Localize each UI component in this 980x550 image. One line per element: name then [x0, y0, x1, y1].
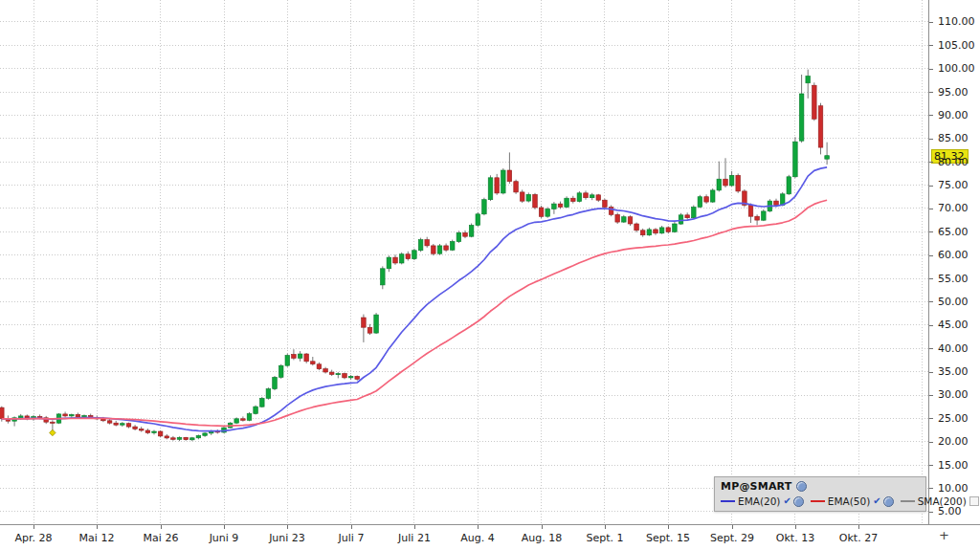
- price-tick-mark: [929, 372, 933, 373]
- price-axis[interactable]: 81.32 110.00105.00100.0095.0090.0085.008…: [928, 0, 980, 524]
- date-tick-mark: [795, 525, 796, 529]
- date-tick-label: Mai 26: [127, 532, 194, 544]
- price-tick-label: 85.00: [938, 132, 969, 144]
- legend-item-ema20: EMA(20)✔: [721, 495, 804, 507]
- indicator-line-sample: [901, 500, 915, 502]
- legend-item-sma200: SMA(200): [901, 495, 980, 507]
- date-tick-mark: [668, 525, 669, 529]
- price-tick-label: 45.00: [938, 319, 969, 331]
- price-tick-mark: [929, 22, 933, 23]
- settings-icon[interactable]: [793, 496, 804, 507]
- date-tick-label: Juni 9: [190, 532, 257, 544]
- price-tick-mark: [929, 348, 933, 349]
- price-tick-mark: [929, 395, 933, 396]
- date-tick-label: Okt. 13: [762, 532, 829, 544]
- settings-icon[interactable]: [796, 481, 807, 492]
- price-tick-label: 40.00: [938, 342, 969, 355]
- legend-title: MP@SMART: [721, 480, 791, 493]
- visibility-checkbox[interactable]: [969, 496, 979, 506]
- date-tick-label: Sept. 1: [571, 532, 638, 544]
- date-tick-label: Sept. 15: [635, 532, 702, 544]
- price-tick-label: 100.00: [938, 62, 975, 75]
- date-tick-mark: [478, 525, 479, 529]
- price-tick-mark: [929, 442, 933, 443]
- visibility-checkbox[interactable]: ✔: [783, 496, 791, 506]
- price-tick-label: 15.00: [938, 459, 969, 472]
- indicator-label: EMA(50): [828, 495, 870, 507]
- chart-plot-area[interactable]: [0, 0, 928, 524]
- price-tick-mark: [929, 301, 933, 302]
- indicator-label: EMA(20): [738, 495, 780, 507]
- price-tick-mark: [929, 255, 933, 256]
- settings-icon[interactable]: [883, 496, 894, 507]
- crosshair-plus-icon[interactable]: +: [939, 528, 949, 542]
- indicator-label: SMA(200): [918, 495, 967, 507]
- price-tick-mark: [929, 418, 933, 419]
- legend-items-row: EMA(20)✔EMA(50)✔SMA(200): [721, 495, 920, 507]
- price-tick-label: 75.00: [938, 179, 969, 191]
- price-tick-label: 90.00: [938, 109, 969, 121]
- price-tick-label: 30.00: [938, 388, 969, 401]
- date-tick-mark: [732, 525, 733, 529]
- price-tick-label: 60.00: [938, 249, 969, 261]
- price-tick-label: 110.00: [938, 15, 975, 28]
- price-tick-label: 10.00: [938, 482, 969, 495]
- price-tick-label: 95.00: [938, 86, 969, 99]
- price-tick-label: 65.00: [938, 226, 969, 238]
- price-tick-mark: [929, 488, 933, 489]
- price-tick-mark: [929, 512, 933, 513]
- date-tick-mark: [287, 525, 288, 529]
- price-tick-label: 35.00: [938, 365, 969, 378]
- legend-title-row: MP@SMART: [721, 480, 920, 493]
- price-tick-mark: [929, 115, 933, 116]
- price-tick-label: 55.00: [938, 273, 969, 285]
- price-tick-label: 20.00: [938, 435, 969, 448]
- price-tick-label: 70.00: [938, 202, 969, 214]
- date-tick-mark: [605, 525, 606, 529]
- date-tick-mark: [414, 525, 415, 529]
- date-tick-mark: [858, 525, 859, 529]
- date-tick-label: Juli 7: [318, 532, 385, 544]
- price-tick-mark: [929, 209, 933, 209]
- date-tick-mark: [542, 525, 543, 529]
- indicator-legend[interactable]: MP@SMART EMA(20)✔EMA(50)✔SMA(200): [714, 476, 926, 512]
- date-tick-mark: [97, 525, 98, 529]
- date-tick-label: Aug. 18: [508, 532, 575, 544]
- price-tick-mark: [929, 231, 933, 232]
- price-tick-mark: [929, 162, 933, 163]
- price-tick-mark: [929, 278, 933, 279]
- date-tick-mark: [33, 525, 34, 529]
- price-tick-mark: [929, 69, 933, 70]
- date-axis[interactable]: Apr. 28Mai 12Mai 26Juni 9Juni 23Juli 7Ju…: [0, 524, 980, 550]
- price-tick-label: 105.00: [938, 39, 975, 52]
- date-tick-mark: [351, 525, 352, 529]
- date-tick-mark: [161, 525, 162, 529]
- candlestick-chart-canvas[interactable]: [0, 0, 928, 524]
- price-tick-mark: [929, 325, 933, 326]
- price-tick-label: 80.00: [938, 156, 969, 168]
- date-tick-label: Mai 12: [63, 532, 130, 544]
- indicator-line-sample: [721, 500, 735, 502]
- gridlines: [0, 0, 928, 524]
- date-tick-label: Aug. 4: [444, 532, 511, 544]
- legend-item-ema50: EMA(50)✔: [811, 495, 894, 507]
- date-tick-label: Juni 23: [254, 532, 321, 544]
- price-tick-label: 50.00: [938, 296, 969, 308]
- date-tick-label: Sept. 29: [699, 532, 766, 544]
- date-tick-label: Apr. 28: [0, 532, 67, 544]
- price-tick-mark: [929, 465, 933, 466]
- price-tick-mark: [929, 186, 933, 187]
- date-tick-mark: [224, 525, 225, 529]
- visibility-checkbox[interactable]: ✔: [873, 496, 880, 506]
- price-tick-label: 25.00: [938, 412, 969, 425]
- price-tick-mark: [929, 92, 933, 93]
- price-tick-mark: [929, 45, 933, 46]
- indicator-line-sample: [811, 500, 825, 502]
- date-tick-label: Juli 21: [381, 532, 448, 544]
- date-tick-label: Okt. 27: [825, 532, 892, 544]
- event-marker-diamond[interactable]: [50, 429, 56, 435]
- price-tick-mark: [929, 139, 933, 140]
